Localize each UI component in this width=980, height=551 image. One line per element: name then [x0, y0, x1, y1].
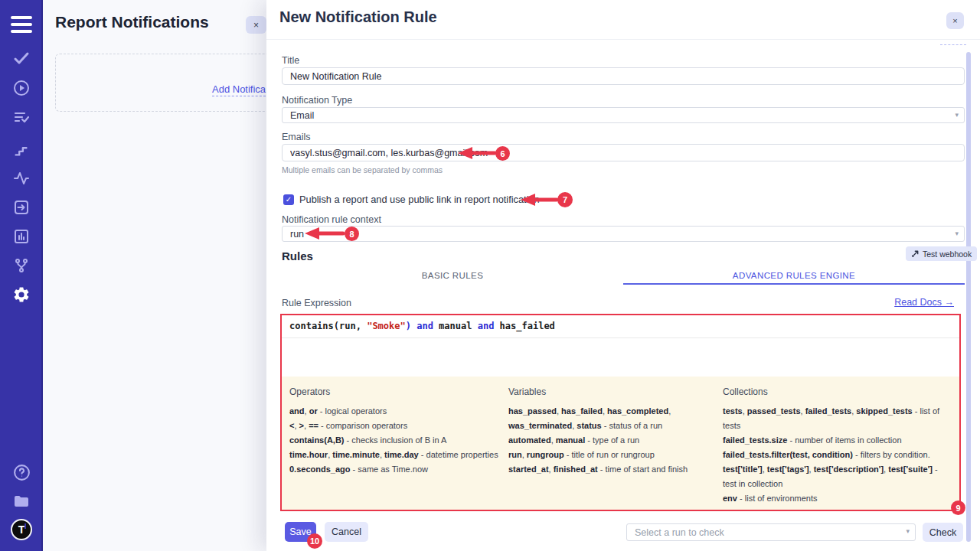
dashed-underline-fragment: [940, 44, 966, 45]
check-icon[interactable]: [0, 47, 43, 69]
modal-title: New Notification Rule: [279, 8, 437, 26]
notification-type-select[interactable]: Email ▾: [282, 107, 965, 123]
title-label: Title: [282, 55, 299, 66]
rule-expression-editor[interactable]: contains(run, "Smoke") and manual and ha…: [282, 315, 959, 377]
test-runs-icon[interactable]: [0, 107, 43, 129]
rule-expression-code[interactable]: contains(run, "Smoke") and manual and ha…: [282, 315, 959, 338]
help-icon[interactable]: [0, 461, 43, 483]
header-divider: [266, 39, 980, 40]
projects-folder-icon[interactable]: [0, 491, 43, 512]
help-column-header: Collections: [723, 386, 951, 397]
code-segment: and: [478, 321, 495, 331]
analytics-icon[interactable]: [0, 226, 43, 247]
code-segment: ): [406, 321, 411, 331]
context-label: Notification rule context: [282, 214, 381, 225]
publish-report-row: ✓ Publish a report and use public link i…: [283, 194, 540, 205]
help-item: tests, passed_tests, failed_tests, skipp…: [723, 404, 951, 433]
cancel-button[interactable]: Cancel: [325, 522, 368, 542]
title-input[interactable]: [282, 67, 965, 85]
chevron-down-icon: ▾: [906, 527, 910, 535]
tab-advanced-rules-engine[interactable]: ADVANCED RULES ENGINE: [623, 269, 965, 285]
app-logo[interactable]: T: [0, 517, 43, 542]
webhook-icon: [911, 249, 920, 258]
sidebar: T: [0, 0, 43, 551]
help-column: Collectionstests, passed_tests, failed_t…: [723, 386, 951, 505]
help-column-header: Variables: [508, 386, 717, 397]
rules-heading: Rules: [282, 249, 313, 262]
panel-close-button[interactable]: ×: [246, 16, 266, 34]
help-column: Variableshas_passed, has_failed, has_com…: [508, 386, 717, 505]
modal-close-button[interactable]: ×: [946, 12, 964, 29]
emails-label: Emails: [282, 132, 311, 142]
check-button[interactable]: Check: [923, 523, 963, 542]
help-item: env - list of environments: [723, 491, 951, 506]
code-segment: has_failed: [494, 321, 554, 331]
help-item: failed_tests.size - number of items in c…: [723, 433, 951, 448]
publish-report-checkbox[interactable]: ✓: [283, 194, 294, 205]
run-to-check-select[interactable]: Select a run to check ▾: [626, 523, 916, 541]
code-segment: "Smoke": [367, 321, 406, 331]
save-button[interactable]: Save: [285, 522, 316, 542]
code-segment: and: [416, 321, 433, 331]
code-segment: contains(run,: [289, 321, 367, 331]
help-item: test['title'], test['tags'], test['descr…: [723, 462, 951, 491]
notifications-empty-box: [55, 54, 279, 112]
help-column: Operatorsand, or - logical operators<, >…: [289, 386, 502, 505]
help-item: started_at, finished_at - time of start …: [508, 462, 717, 477]
help-item: failed_tests.filter(test, condition) - f…: [723, 448, 951, 462]
close-icon: ×: [253, 20, 259, 31]
close-icon: ×: [952, 16, 957, 25]
play-circle-icon[interactable]: [0, 77, 43, 99]
code-segment: manual: [433, 321, 478, 331]
rules-tabs: BASIC RULES ADVANCED RULES ENGINE: [282, 269, 965, 285]
settings-gear-icon[interactable]: [0, 284, 43, 305]
help-item: contains(A,B) - checks inclusion of B in…: [289, 433, 502, 448]
checkmark-icon: ✓: [286, 195, 292, 204]
help-item: has_passed, has_failed, has_completed, w…: [508, 404, 717, 433]
notification-type-label: Notification Type: [282, 95, 352, 106]
emails-input[interactable]: [282, 144, 965, 161]
page-title: Report Notifications: [55, 13, 209, 31]
help-item: run, rungroup - title of run or rungroup: [508, 448, 717, 462]
help-column-header: Operators: [289, 386, 502, 397]
tab-basic-rules[interactable]: BASIC RULES: [282, 269, 623, 285]
menu-icon[interactable]: [0, 13, 43, 36]
help-item: and, or - logical operators: [289, 404, 502, 419]
import-icon[interactable]: [0, 197, 43, 218]
chevron-down-icon: ▾: [955, 230, 959, 237]
help-item: time.hour, time.minute, time.day - datet…: [289, 448, 502, 462]
chevron-down-icon: ▾: [955, 111, 959, 119]
help-columns: Operatorsand, or - logical operators<, >…: [282, 377, 959, 510]
publish-report-label: Publish a report and use public link in …: [299, 194, 540, 205]
help-item: automated, manual - type of a run: [508, 433, 717, 448]
add-notification-link[interactable]: Add Notifica: [212, 83, 266, 96]
help-item: <, >, == - comparison operators: [289, 419, 502, 433]
emails-hint: Multiple emails can be separated by comm…: [282, 165, 443, 174]
rule-expression-label: Rule Expression: [282, 298, 351, 308]
test-webhook-button[interactable]: Test webhook: [906, 246, 977, 261]
steps-icon[interactable]: [0, 139, 43, 161]
branches-icon[interactable]: [0, 255, 43, 276]
help-item: 0.seconds_ago - same as Time.now: [289, 462, 502, 477]
new-notification-rule-modal: New Notification Rule × Title Notificati…: [266, 0, 980, 551]
scrollbar-thumb[interactable]: [966, 52, 971, 542]
rule-box-annotation-frame: contains(run, "Smoke") and manual and ha…: [280, 314, 961, 511]
context-select[interactable]: run ▾: [282, 226, 965, 242]
read-docs-link[interactable]: Read Docs →: [894, 297, 954, 308]
activity-icon[interactable]: [0, 168, 43, 189]
